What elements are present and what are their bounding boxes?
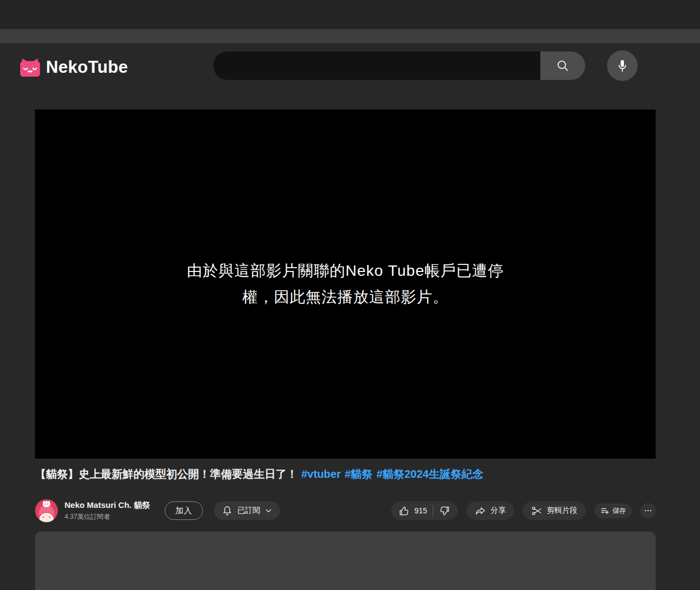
player-error-line-1: 由於與這部影片關聯的Neko Tube帳戶已遭停 — [154, 258, 537, 284]
channel-row: Neko Matsuri Ch. 貓祭 4.37萬位訂閱者 加入 已訂閱 — [35, 499, 656, 522]
channel-meta: Neko Matsuri Ch. 貓祭 4.37萬位訂閱者 — [65, 500, 150, 522]
cat-logo-icon — [19, 57, 42, 78]
hashtag-link-1[interactable]: #vtuber — [301, 468, 341, 480]
search-button[interactable] — [540, 51, 585, 80]
top-bar — [0, 0, 700, 29]
search-bar — [213, 51, 585, 80]
microphone-icon — [615, 59, 629, 73]
subscriber-count: 4.37萬位訂閱者 — [65, 512, 150, 522]
share-label: 分享 — [491, 506, 506, 516]
player-error-line-2: 權，因此無法播放這部影片。 — [154, 284, 537, 310]
hashtag-link-3[interactable]: #貓祭2024生誕祭紀念 — [376, 468, 483, 480]
video-title: 【貓祭】史上最新鮮的模型初公開！準備要過生日了！#vtuber#貓祭#貓祭202… — [35, 466, 656, 482]
search-icon — [556, 59, 570, 73]
channel-name[interactable]: Neko Matsuri Ch. 貓祭 — [65, 500, 150, 511]
dislike-button[interactable] — [433, 501, 458, 520]
join-button[interactable]: 加入 — [165, 501, 203, 520]
video-player[interactable]: 由於與這部影片關聯的Neko Tube帳戶已遭停 權，因此無法播放這部影片。 — [35, 109, 656, 459]
save-label: 儲存 — [612, 506, 626, 516]
player-error-message: 由於與這部影片關聯的Neko Tube帳戶已遭停 權，因此無法播放這部影片。 — [154, 258, 537, 310]
clip-label: 剪輯片段 — [547, 506, 578, 516]
share-button[interactable]: 分享 — [466, 501, 514, 520]
scissors-icon — [531, 505, 542, 517]
subscribed-label: 已訂閱 — [237, 506, 260, 516]
action-buttons: 915 — [391, 501, 656, 520]
like-count: 915 — [415, 506, 427, 515]
search-input[interactable] — [213, 51, 540, 80]
hashtag-link-2[interactable]: #貓祭 — [345, 468, 372, 480]
more-dots-icon — [644, 506, 652, 515]
main-content: 由於與這部影片關聯的Neko Tube帳戶已遭停 權，因此無法播放這部影片。 【… — [35, 109, 656, 590]
like-dislike-pill: 915 — [391, 501, 458, 520]
clip-button[interactable]: 剪輯片段 — [523, 501, 586, 520]
brand-name: NekoTube — [46, 57, 128, 77]
chevron-down-icon — [265, 507, 272, 514]
masthead: NekoTube — [0, 43, 700, 91]
page: NekoTube — [0, 0, 700, 590]
like-button[interactable]: 915 — [391, 501, 433, 520]
channel-avatar[interactable] — [35, 499, 58, 522]
thumbs-down-icon — [439, 505, 450, 517]
share-icon — [475, 505, 486, 517]
more-button[interactable] — [640, 503, 656, 518]
brand-logo[interactable]: NekoTube — [19, 57, 128, 78]
subscribed-button[interactable]: 已訂閱 — [214, 501, 280, 520]
mic-button[interactable] — [607, 50, 638, 81]
playlist-add-icon — [600, 506, 609, 515]
bell-icon — [221, 505, 233, 517]
video-title-text: 【貓祭】史上最新鮮的模型初公開！準備要過生日了！ — [35, 468, 298, 480]
description-box[interactable] — [35, 531, 656, 590]
header-strip — [0, 29, 700, 43]
thumbs-up-icon — [399, 505, 410, 517]
save-button[interactable]: 儲存 — [594, 504, 632, 518]
